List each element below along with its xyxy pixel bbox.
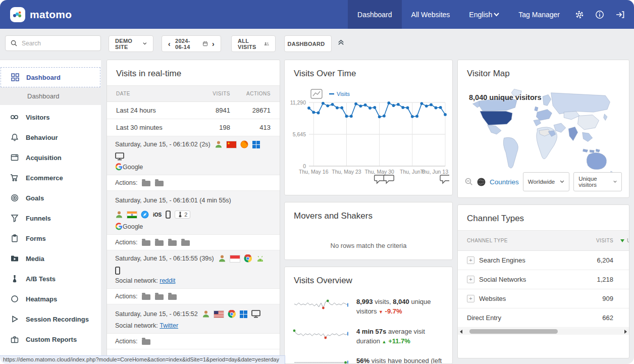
mobile-icon [166, 211, 171, 219]
sidebar-item-dashboard[interactable]: Dashboard [0, 87, 101, 105]
region-select[interactable]: Worldwide [523, 172, 569, 191]
firefox-icon [240, 140, 248, 148]
date-range-button[interactable]: ‹ 2024-06-14 › [162, 35, 221, 52]
scrollbar-thumb[interactable] [469, 329, 558, 334]
summary-visits: 198 [195, 124, 230, 131]
page-folder-icon[interactable] [142, 294, 150, 300]
scroll-right-icon[interactable] [624, 330, 627, 334]
summary-row[interactable]: Last 30 minutes 198 413 [107, 119, 280, 136]
brand-name: matomo [30, 9, 72, 21]
channel-row-direct-entry[interactable]: Direct Entry 662 61 [458, 308, 629, 328]
visit-datetime: Saturday, June 15, - 06:16:02 (2s) [115, 141, 210, 148]
col-unique-visitors[interactable]: UNIQUE VISITOR [627, 238, 629, 243]
brand[interactable]: matomo [0, 7, 72, 22]
sidebar-item-dashboard[interactable]: Dashboard [1, 67, 100, 87]
visit-row[interactable]: Saturday, June 15, - 06:16:01 (4 min 55s… [107, 191, 280, 235]
visit-datetime: Saturday, June 15, - 06:16:01 (4 min 55s… [115, 197, 231, 204]
countries-link[interactable]: Countries [490, 178, 519, 186]
sparkline[interactable] [293, 327, 349, 339]
page-folder-icon[interactable] [168, 294, 177, 300]
experiment-flask-badge: 2 [175, 211, 190, 219]
sidebar-item-custom-reports[interactable]: Custom Reports [0, 329, 101, 349]
prev-date-arrow-icon[interactable]: ‹ [168, 40, 171, 48]
overview-metric-text: 4 min 57s average visit duration ▲ +11.7… [356, 327, 444, 346]
nav-item-dashboard[interactable]: Dashboard [348, 0, 402, 29]
visit-row[interactable]: Saturday, June 15, - 06:16:02 (2s)Google [107, 136, 280, 175]
abtests-icon [10, 275, 19, 283]
sidebar-item-media[interactable]: Media [0, 248, 101, 269]
toolbar: DEMO SITE ‹ 2024-06-14 › ALL VISITS DASH… [0, 29, 634, 58]
visit-actions-row: Actions: [107, 334, 280, 349]
segment-selector-button[interactable]: ALL VISITS [231, 35, 276, 52]
sidebar-item-session-recordings[interactable]: Session Recordings [0, 309, 101, 329]
page-folder-icon[interactable] [142, 339, 150, 345]
annotation-bubble-icon [375, 175, 385, 183]
page-folder-icon[interactable] [168, 240, 177, 246]
referrer-link[interactable]: reddit [160, 277, 175, 284]
search-input[interactable] [21, 39, 88, 47]
sidebar-item-behaviour[interactable]: Behaviour [0, 127, 101, 147]
channel-types-widget: Channel Types CHANNEL TYPE VISITS UNIQUE… [457, 204, 629, 358]
sidebar: DashboardDashboardVisitorsBehaviourAcqui… [0, 60, 101, 364]
page-folder-icon[interactable] [155, 181, 164, 186]
nav-item-label: All Websites [411, 11, 450, 19]
page-folder-icon[interactable] [155, 240, 164, 246]
chrome-icon [228, 310, 236, 318]
overview-metric-text: 56% visits have bounced (left the websit… [356, 356, 444, 364]
channel-row-search-engines[interactable]: +Search Engines 6,204 5,93 [458, 251, 629, 270]
sidebar-item-ecommerce[interactable]: Ecommerce [0, 168, 101, 188]
actions-label: Actions: [115, 179, 137, 186]
visits-over-time-chart[interactable]: 05,64511,290Thu, May 16Thu, May 23Thu, M… [285, 85, 452, 189]
summary-row[interactable]: Last 24 hours 8941 28671 [107, 102, 280, 119]
visit-row[interactable]: Saturday, June 15, - 06:15:55 (39s)Socia… [107, 250, 280, 289]
metric-select[interactable]: Unique visitors [573, 172, 622, 191]
col-channel-type[interactable]: CHANNEL TYPE [467, 238, 555, 243]
actions-label: Actions: [115, 338, 137, 345]
sidebar-item-visitors[interactable]: Visitors [0, 107, 101, 127]
settings-button[interactable] [569, 0, 590, 29]
expand-icon[interactable]: + [467, 295, 474, 302]
dashboard-selector-button[interactable]: DASHBOARD [284, 35, 332, 52]
segment-label: ALL VISITS [238, 38, 260, 50]
sidebar-item-goals[interactable]: Goals [0, 188, 101, 208]
signout-button[interactable] [610, 0, 630, 29]
sparkline[interactable] [293, 297, 349, 309]
channel-row-websites[interactable]: +Websites 909 90 [458, 289, 629, 308]
page-folder-icon[interactable] [142, 181, 150, 186]
svg-text:5,645: 5,645 [293, 131, 306, 137]
nav-item-tag-manager[interactable]: Tag Manager [509, 0, 569, 29]
page-folder-icon[interactable] [181, 240, 190, 246]
sidebar-item-funnels[interactable]: Funnels [0, 208, 101, 228]
expand-icon[interactable]: + [467, 276, 474, 283]
col-visits[interactable]: VISITS [555, 238, 613, 243]
summary-actions: 28671 [230, 107, 271, 114]
realtime-table-body: Last 24 hours 8941 28671Last 30 minutes … [107, 102, 280, 349]
sidebar-item-acquisition[interactable]: Acquisition [0, 147, 101, 168]
horizontal-scrollbar[interactable] [458, 328, 629, 335]
channel-row-social-networks[interactable]: +Social Networks 1,218 1,20 [458, 270, 629, 289]
search-box[interactable] [5, 35, 101, 51]
page-folder-icon[interactable] [142, 240, 150, 246]
nav-item-all-websites[interactable]: All Websites [402, 0, 460, 29]
expand-icon[interactable]: + [467, 256, 474, 264]
flag-cn-icon [227, 141, 236, 148]
google-g-icon [115, 163, 123, 171]
sidebar-item-heatmaps[interactable]: Heatmaps [0, 289, 101, 309]
help-button[interactable] [590, 0, 610, 29]
sparkline[interactable] [293, 356, 349, 364]
zoom-out-icon[interactable] [465, 178, 473, 186]
svg-text:Visits: Visits [337, 91, 350, 97]
next-date-arrow-icon[interactable]: › [212, 40, 215, 48]
channel-unique-visitors: 1,20 [613, 276, 629, 283]
visit-row[interactable]: Saturday, June 15, - 06:15:52Social netw… [107, 304, 280, 334]
site-selector-button[interactable]: DEMO SITE [109, 35, 153, 52]
collapse-header-icon[interactable] [337, 38, 345, 46]
chrome-icon [244, 254, 252, 263]
sidebar-item-a-b-tests[interactable]: A/B Tests [0, 269, 101, 289]
sidebar-item-forms[interactable]: Forms [0, 228, 101, 248]
referrer-link[interactable]: Twitter [160, 322, 178, 329]
scroll-left-icon[interactable] [460, 330, 462, 334]
flag-us-icon [214, 311, 224, 318]
page-folder-icon[interactable] [155, 294, 164, 300]
nav-item-english[interactable]: English [459, 0, 509, 29]
